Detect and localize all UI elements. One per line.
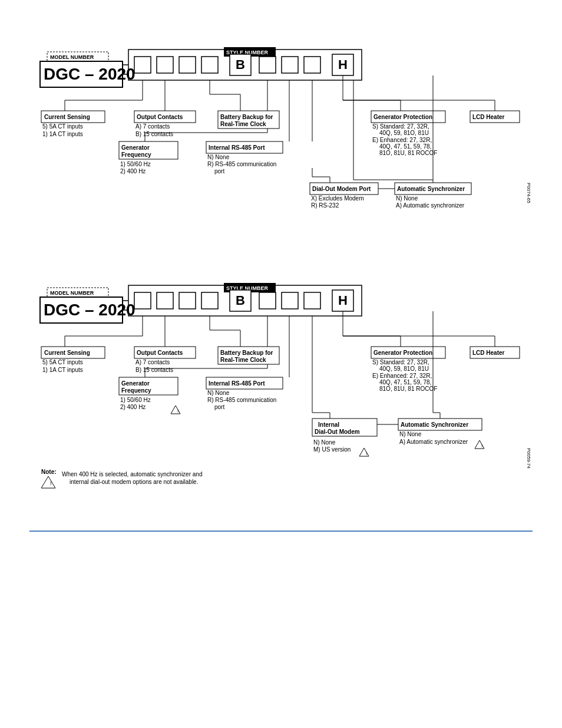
svg-text:MODEL NUMBER: MODEL NUMBER (50, 290, 94, 296)
svg-text:N)  None: N) None (399, 431, 422, 437)
svg-text:1)  50/60 Hz: 1) 50/60 Hz (120, 397, 151, 403)
svg-rect-96 (259, 292, 276, 309)
svg-text:DGC – 2020: DGC – 2020 (44, 301, 135, 319)
svg-text:A)  Automatic synchronizer: A) Automatic synchronizer (399, 439, 468, 445)
svg-text:X)  Excludes Modem: X) Excludes Modem (311, 195, 363, 202)
footnote-line (29, 531, 533, 532)
svg-text:1)  1A CT inputs: 1) 1A CT inputs (42, 131, 83, 137)
diagram1-svg: MODEL NUMBER DGC – 2020 STYLE NUMBER B (29, 24, 536, 242)
svg-text:81O, 81U, 81 ROCOF: 81O, 81U, 81 ROCOF (379, 386, 437, 392)
svg-rect-97 (282, 292, 298, 309)
svg-text:B)  15 contacts: B) 15 contacts (135, 367, 173, 373)
svg-text:!: ! (366, 451, 367, 456)
svg-text:Internal RS-485 Port: Internal RS-485 Port (209, 144, 265, 151)
diagram2-section: MODEL NUMBER DGC – 2020 STYLE NUMBER B H (29, 259, 533, 513)
svg-text:40Q, 59, 81O, 81U: 40Q, 59, 81O, 81U (379, 130, 429, 136)
svg-rect-9 (201, 57, 218, 73)
svg-text:S)  Standard: 27, 32R,: S) Standard: 27, 32R, (372, 123, 429, 130)
svg-text:Internal RS-485 Port: Internal RS-485 Port (209, 380, 265, 387)
diagram1-section: MODEL NUMBER DGC – 2020 STYLE NUMBER B (29, 24, 533, 242)
svg-text:S)  Standard: 27, 32R,: S) Standard: 27, 32R, (372, 359, 429, 365)
svg-text:LCD Heater: LCD Heater (472, 350, 505, 356)
svg-text:R)  RS-485 communication: R) RS-485 communication (207, 397, 276, 403)
svg-text:N)  None: N) None (396, 195, 418, 202)
svg-text:1)  1A CT inputs: 1) 1A CT inputs (42, 367, 83, 373)
svg-text:LCD Heater: LCD Heater (472, 114, 505, 120)
svg-text:Generator: Generator (121, 380, 150, 387)
svg-text:Note:: Note: (41, 469, 57, 475)
svg-text:1)  50/60 Hz: 1) 50/60 Hz (120, 161, 151, 167)
svg-text:B: B (236, 293, 245, 308)
svg-text:2)  400 Hz: 2) 400 Hz (120, 168, 146, 174)
svg-text:Dial-Out Modem: Dial-Out Modem (315, 429, 360, 435)
svg-text:H: H (338, 293, 348, 308)
svg-text:Battery Backup for: Battery Backup for (220, 114, 273, 120)
svg-text:N)  None: N) None (207, 390, 230, 396)
svg-text:Internal: Internal (318, 421, 339, 428)
svg-text:N)  None: N) None (207, 154, 230, 160)
svg-text:M)  US version: M) US version (313, 446, 351, 453)
svg-rect-98 (304, 292, 320, 309)
svg-text:!: ! (481, 443, 482, 449)
page-container: MODEL NUMBER DGC – 2020 STYLE NUMBER B (0, 0, 562, 555)
svg-text:2)  400 Hz: 2) 400 Hz (120, 404, 146, 410)
svg-text:B: B (236, 57, 245, 72)
svg-text:MODEL NUMBER: MODEL NUMBER (50, 54, 94, 60)
svg-rect-7 (157, 57, 173, 73)
svg-text:Real-Time Clock: Real-Time Clock (220, 121, 266, 127)
svg-text:Battery Backup for: Battery Backup for (220, 350, 273, 356)
svg-text:P0074-65: P0074-65 (526, 183, 531, 203)
svg-text:5)  5A CT inputs: 5) 5A CT inputs (42, 123, 83, 130)
svg-text:Current Sensing: Current Sensing (44, 114, 90, 120)
svg-text:N)  None: N) None (313, 439, 336, 446)
svg-rect-12 (259, 57, 276, 73)
svg-text:Real-Time Clock: Real-Time Clock (220, 357, 266, 363)
svg-text:40Q, 47, 51, 59, 78,: 40Q, 47, 51, 59, 78, (379, 379, 431, 386)
svg-text:R)  RS-232: R) RS-232 (311, 202, 339, 209)
svg-text:internal dial-out modem option: internal dial-out modem options are not … (70, 479, 198, 485)
svg-text:5)  5A CT inputs: 5) 5A CT inputs (42, 359, 83, 365)
svg-text:When 400 Hz is selected, autom: When 400 Hz is selected, automatic synch… (62, 471, 202, 477)
svg-marker-172 (41, 476, 55, 488)
svg-text:Output Contacts: Output Contacts (137, 114, 183, 120)
svg-rect-14 (304, 57, 320, 73)
svg-text:Automatic Synchronizer: Automatic Synchronizer (397, 186, 465, 192)
svg-text:DGC – 2020: DGC – 2020 (44, 65, 135, 83)
svg-text:Generator: Generator (121, 144, 150, 151)
svg-text:P0059-74: P0059-74 (526, 448, 531, 469)
svg-text:A)  7 contacts: A) 7 contacts (135, 123, 170, 130)
svg-text:Generator Protection: Generator Protection (373, 350, 432, 356)
svg-rect-93 (201, 292, 218, 309)
svg-rect-8 (179, 57, 196, 73)
svg-text:!: ! (50, 480, 52, 486)
svg-text:40Q, 47, 51, 59, 78,: 40Q, 47, 51, 59, 78, (379, 143, 431, 150)
svg-text:Frequency: Frequency (121, 151, 151, 158)
svg-text:Dial-Out Modem Port: Dial-Out Modem Port (312, 186, 371, 192)
svg-rect-91 (157, 292, 173, 309)
svg-text:B)  15 contacts: B) 15 contacts (135, 131, 173, 137)
svg-text:Output Contacts: Output Contacts (137, 350, 183, 356)
svg-rect-90 (134, 292, 151, 309)
svg-text:A)  Automatic synchronizer: A) Automatic synchronizer (396, 202, 465, 209)
svg-rect-6 (134, 57, 151, 73)
svg-text:E)  Enhanced: 27, 32R,: E) Enhanced: 27, 32R, (372, 373, 432, 379)
svg-text:Generator Protection: Generator Protection (373, 114, 432, 120)
svg-text:Frequency: Frequency (121, 387, 151, 394)
svg-text:A)  7 contacts: A) 7 contacts (135, 359, 170, 365)
svg-text:E)  Enhanced: 27, 32R,: E) Enhanced: 27, 32R, (372, 137, 432, 143)
svg-text:Automatic Synchronizer: Automatic Synchronizer (401, 421, 468, 428)
svg-marker-166 (475, 440, 484, 449)
svg-text:port: port (214, 168, 224, 174)
svg-marker-148 (171, 406, 180, 414)
svg-text:port: port (214, 404, 224, 410)
svg-text:H: H (338, 57, 348, 72)
svg-text:40Q, 59, 81O, 81U: 40Q, 59, 81O, 81U (379, 365, 429, 372)
diagram2-svg: MODEL NUMBER DGC – 2020 STYLE NUMBER B H (29, 259, 536, 513)
svg-marker-160 (359, 448, 369, 456)
svg-rect-13 (282, 57, 298, 73)
svg-text:81O, 81U, 81 ROCOF: 81O, 81U, 81 ROCOF (379, 150, 437, 156)
svg-text:Current Sensing: Current Sensing (44, 350, 90, 356)
svg-text:R)  RS-485 communication: R) RS-485 communication (207, 161, 276, 167)
svg-rect-92 (179, 292, 196, 309)
svg-text:!: ! (177, 409, 178, 414)
